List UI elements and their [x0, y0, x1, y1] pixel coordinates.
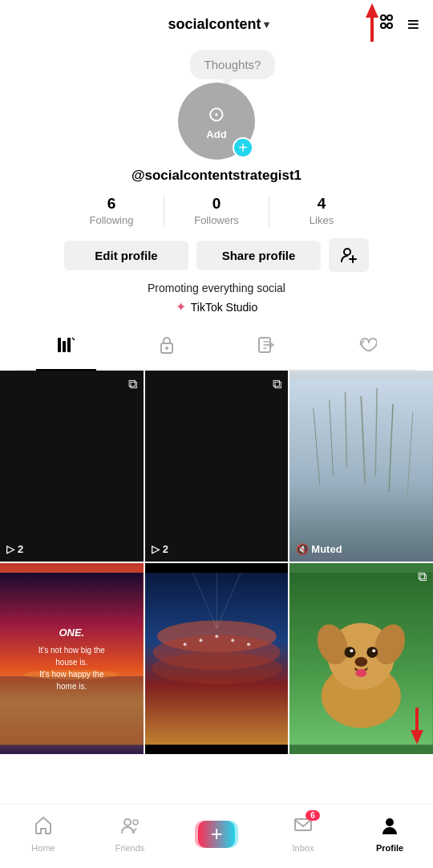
tab-reposted[interactable]: [216, 326, 317, 369]
add-friend-button[interactable]: [329, 238, 369, 272]
account-switcher[interactable]: socialcontent ▾: [168, 16, 269, 33]
video-cell-6[interactable]: ⧉: [289, 563, 433, 754]
following-stat[interactable]: 6 Following: [83, 195, 140, 226]
following-count: 6: [107, 195, 116, 213]
tab-liked[interactable]: [317, 326, 417, 369]
red-arrow-bottom-indicator: [411, 708, 423, 744]
tiktok-studio-link[interactable]: ✦ TikTok Studio: [176, 299, 258, 314]
svg-rect-9: [67, 338, 71, 352]
muted-icon: 🔇: [296, 543, 309, 555]
svg-point-0: [381, 15, 386, 20]
friends-icon: [119, 815, 140, 841]
stat-divider-1: [164, 197, 164, 227]
svg-point-32: [247, 643, 250, 646]
video-cell-2[interactable]: ⧉ ▷ 2: [145, 371, 289, 562]
avatar-add-label: Add: [206, 128, 226, 140]
arrow-stem-bottom: [415, 708, 419, 730]
create-button[interactable]: +: [198, 821, 235, 848]
reposted-tab-icon: [257, 336, 277, 359]
tab-locked[interactable]: [116, 326, 216, 369]
following-label: Following: [90, 214, 134, 226]
top-nav: socialcontent ▾ ≡: [0, 0, 433, 45]
profile-label: Profile: [376, 843, 403, 853]
video-cell-5[interactable]: [145, 563, 289, 754]
locked-tab-icon: [158, 335, 176, 359]
nav-icons: ≡: [375, 11, 419, 37]
copy-icon-2: ⧉: [273, 377, 281, 391]
svg-rect-8: [63, 341, 66, 352]
video-grid: ⧉ ▷ 2 ⧉ ▷ 2: [0, 371, 433, 754]
svg-point-48: [133, 820, 138, 825]
copy-icon-1: ⧉: [128, 377, 137, 391]
svg-rect-7: [58, 338, 61, 352]
svg-point-45: [355, 657, 368, 667]
tiktok-studio-icon: ✦: [176, 299, 186, 314]
red-arrow-indicator: [366, 3, 378, 42]
thoughts-bubble[interactable]: Thoughts?: [190, 50, 276, 79]
svg-point-30: [215, 635, 218, 639]
sunset-text: ONE. It's not how big the house is. It's…: [36, 626, 107, 693]
svg-point-42: [367, 647, 378, 658]
svg-point-27: [152, 652, 282, 684]
video-cell-1[interactable]: ⧉ ▷ 2: [0, 371, 144, 562]
muted-label: 🔇 Muted: [296, 543, 342, 555]
play-icon-2: ▷: [152, 543, 160, 555]
inbox-icon: [293, 818, 314, 840]
video-cell-3[interactable]: 🔇 Muted: [289, 371, 433, 562]
svg-point-1: [387, 15, 392, 20]
thoughts-text: Thoughts?: [204, 58, 261, 71]
action-buttons: Edit profile Share profile: [64, 238, 369, 272]
likes-stat[interactable]: 4 Likes: [293, 195, 350, 226]
nav-profile[interactable]: Profile: [366, 815, 414, 853]
home-label: Home: [31, 843, 55, 853]
avatar-wrapper[interactable]: ⊙ Add +: [178, 83, 255, 160]
svg-point-46: [356, 669, 367, 677]
inbox-label: Inbox: [293, 843, 314, 853]
svg-point-49: [386, 818, 394, 826]
nav-friends[interactable]: Friends: [106, 815, 154, 853]
likes-count: 4: [318, 195, 326, 213]
profile-section: Thoughts? ⊙ Add + @socialcontentstrategi…: [0, 45, 433, 371]
svg-point-11: [165, 347, 168, 350]
bio-text: Promoting everything social: [148, 282, 285, 294]
arrow-stem: [370, 18, 374, 42]
nav-create[interactable]: +: [192, 821, 241, 848]
followers-stat[interactable]: 0 Followers: [188, 195, 245, 226]
followers-label: Followers: [194, 214, 239, 226]
svg-point-3: [387, 23, 392, 28]
menu-icon[interactable]: ≡: [407, 12, 419, 37]
user-handle: @socialcontentstrategist1: [132, 168, 301, 184]
svg-point-4: [344, 249, 350, 255]
add-photo-button[interactable]: +: [233, 137, 253, 158]
copy-icon-6: ⧉: [418, 570, 427, 584]
liked-tab-icon: [358, 336, 377, 359]
stat-divider-2: [269, 197, 269, 227]
share-profile-button[interactable]: Share profile: [196, 241, 321, 270]
edit-profile-button[interactable]: Edit profile: [64, 241, 188, 270]
svg-point-2: [381, 23, 386, 28]
account-name: socialcontent: [168, 16, 261, 33]
video-cell-4[interactable]: ONE. It's not how big the house is. It's…: [0, 563, 144, 754]
svg-point-41: [345, 647, 356, 658]
plus-icon: +: [210, 821, 222, 846]
svg-point-29: [199, 639, 202, 643]
chevron-down-icon: ▾: [264, 18, 269, 30]
svg-point-28: [183, 643, 186, 646]
arrow-head: [366, 3, 378, 18]
friends-label: Friends: [115, 843, 145, 853]
nav-home[interactable]: Home: [19, 815, 67, 853]
inbox-badge-count: 6: [306, 810, 320, 821]
tabs-row: [16, 326, 417, 371]
play-icon: ▷: [6, 543, 14, 555]
stats-row: 6 Following 0 Followers 4 Likes: [83, 195, 350, 227]
camera-icon: ⊙: [208, 102, 225, 127]
nav-inbox[interactable]: 6 Inbox: [279, 815, 327, 853]
svg-point-43: [350, 649, 354, 652]
tiktok-studio-label: TikTok Studio: [191, 301, 258, 314]
videos-tab-icon: [57, 336, 76, 359]
followers-count: 0: [212, 195, 221, 213]
profile-icon: [379, 815, 400, 841]
arrow-head-bottom: [411, 730, 423, 744]
svg-point-44: [373, 649, 376, 652]
tab-videos[interactable]: [16, 326, 116, 369]
